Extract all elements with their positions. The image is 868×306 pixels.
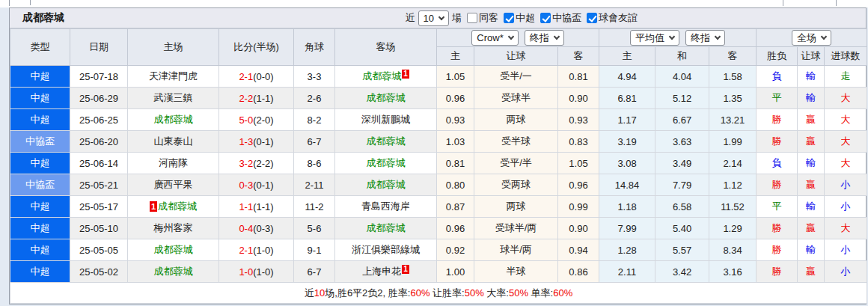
match-date-cell: 25-07-18 [70,66,128,88]
recent-count-value: 10 [424,13,434,24]
away-odds-cell: 0.86 [558,261,599,283]
match-row: 中超 25-05-05 成都蓉城 2-1(1-0) 9-1 浙江俱樂部綠城 0.… [10,239,867,261]
crow-index-select[interactable]: 终指 [525,30,564,46]
subcol-handicap-result: 让球 [798,47,825,66]
away-odds-cell: 0.83 [558,131,599,153]
crow-index-value: 终指 [530,31,549,45]
avg-home-cell: 1.18 [599,196,655,218]
away-odds-cell: 0.96 [558,174,599,196]
checkbox-icon[interactable] [504,13,514,23]
away-odds-cell: 0.93 [558,109,599,131]
score-cell: 1-0(1-0) [219,261,294,283]
summary-segment: 60% [553,287,572,299]
goals-result-cell: 大 [825,109,867,131]
match-date-cell: 25-05-10 [70,218,128,239]
league-type-cell: 中超 [10,109,70,131]
team-name-title: 成都蓉城 [22,11,64,25]
result-cell: 平 [757,88,798,109]
handicap-cell: 球半/两 [474,239,558,261]
handicap-cell: 受半球 [474,131,558,153]
score-cell: 2-1(1-0) [219,239,294,261]
home-team-cell: 成都蓉城 [128,109,219,131]
home-odds-cell: 0.87 [437,196,474,218]
col-header-score: 比分(半场) [219,29,294,66]
summary-bar: 近10场,胜6平2负2, 胜率:60% 让胜率:50% 大率:50% 单率:60… [10,283,867,304]
avg-index-value: 终指 [691,31,710,45]
team-name: 成都蓉城 [367,179,406,190]
league-type-cell: 中超 [10,153,70,174]
team-name: 山東泰山 [154,135,193,147]
result-cell: 平 [757,196,798,218]
scope-value: 全场 [797,31,816,45]
match-date-cell: 25-06-20 [70,131,128,153]
home-odds-cell: 0.80 [437,174,474,196]
match-date-cell: 25-06-14 [70,153,128,174]
match-row: 中超 25-07-18 天津津門虎 2-1(0-0) 3-3 成都蓉城1 1.0… [10,66,867,88]
half-time-score: (1-1) [253,93,273,104]
corners-cell: 8-2 [294,109,335,131]
team-name: 浙江俱樂部綠城 [352,244,420,255]
full-time-score: 1-3 [239,136,253,147]
home-odds-cell: 0.92 [437,239,474,261]
result-cell: 勝 [757,261,798,283]
team-name: 廣西平果 [154,179,193,190]
filter-fa-cup[interactable]: 中協盃 [540,11,581,25]
avg-source-value: 平均值 [635,31,664,45]
recent-count-select[interactable]: 10 [418,10,449,26]
home-odds-cell: 0.96 [437,88,474,109]
result-cell: 負 [757,153,798,174]
score-cell: 0-3(0-1) [219,174,294,196]
checkbox-icon[interactable] [540,13,551,23]
team-name: 天津津門虎 [149,70,198,82]
filter-label: 球會友誼 [599,11,638,25]
scope-select[interactable]: 全场 [792,30,831,46]
top-border-fragment [783,0,783,6]
col-header-home: 主场 [128,29,219,66]
away-team-cell: 成都蓉城1 [335,66,437,88]
top-border-fragment [30,0,31,5]
chevron-down-icon [438,13,444,19]
subcol-avg-draw: 和 [655,47,709,66]
handicap-cell: 两球 [474,109,558,131]
filter-super-league[interactable]: 中超 [504,11,535,25]
goals-result-cell: 大 [825,88,867,109]
handicap-cell: 两球 [474,196,558,218]
goals-result-cell: 大 [825,218,867,239]
filter-controls: 近 10 場 同客 中超 中協盃 球會友誼 [406,10,638,26]
panel-title-bar: 成都蓉城 近 10 場 同客 中超 中協盃 球會友誼 [10,8,866,28]
average-group-header: 平均值 终指 [599,29,757,47]
team-name: 成都蓉城 [367,157,406,168]
home-team-cell: 武漢三鎮 [128,88,219,109]
match-row: 中協盃 25-06-20 山東泰山 1-3(0-1) 6-7 成都蓉城 1.03… [10,131,867,153]
team-name: 武漢三鎮 [154,92,193,103]
avg-away-cell: 1.29 [709,218,757,239]
league-type-cell: 中超 [10,88,70,109]
away-odds-cell: 1.05 [558,153,599,174]
filter-same-away[interactable]: 同客 [467,11,498,25]
away-odds-cell: 0.90 [558,88,599,109]
avg-index-select[interactable]: 终指 [685,30,725,46]
avg-home-cell: 14.84 [599,174,655,196]
handicap-result-cell: 贏 [798,174,825,196]
summary-segment: 场,胜6平2负2, 胜率: [325,287,410,299]
odds-group-header: Crow* 终指 [437,29,599,47]
home-odds-cell: 0.93 [437,109,474,131]
summary-row: 近10场,胜6平2负2, 胜率:60% 让胜率:50% 大率:50% 单率:60… [10,283,867,304]
match-row: 中超 25-05-02 成都蓉城 1-0(1-0) 6-7 上海申花1 1.00… [10,261,867,283]
checkbox-icon[interactable] [467,13,477,23]
full-time-score: 5-0 [239,114,253,126]
checkbox-icon[interactable] [587,13,597,23]
home-odds-cell: 0.96 [437,218,474,239]
avg-away-cell: 8.34 [709,239,757,261]
avg-source-select[interactable]: 平均值 [630,30,679,46]
crow-company-select[interactable]: Crow* [471,30,518,46]
filter-club-friendly[interactable]: 球會友誼 [587,11,638,25]
summary-segment: 近 [305,287,314,299]
subcol-avg-away: 客 [709,47,757,66]
half-time-score: (0-3) [253,223,273,234]
result-cell: 勝 [757,109,798,131]
away-team-cell: 成都蓉城 [335,218,437,239]
corners-cell: 9-1 [294,239,335,261]
avg-home-cell: 2.11 [599,261,655,283]
match-date-cell: 25-05-17 [70,196,128,218]
